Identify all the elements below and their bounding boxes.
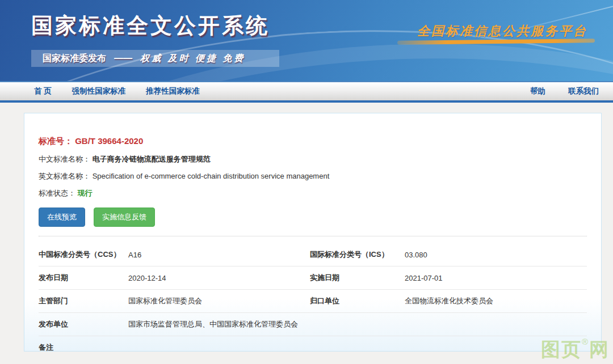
implement-date-label: 实施日期 (310, 273, 405, 283)
dotted-divider (39, 236, 587, 236)
ccs-label: 中国标准分类号（CCS） (39, 249, 128, 260)
standard-detail-card: 标准号： GB/T 39664-2020 中文标准名称： 电子商务冷链物流配送服… (24, 113, 602, 352)
nav-item-home[interactable]: 首 页 (34, 86, 52, 96)
action-buttons: 在线预览 实施信息反馈 (39, 208, 587, 227)
standard-number-line: 标准号： GB/T 39664-2020 (39, 136, 587, 147)
subtitle-publisher: 国家标准委发布 (43, 53, 106, 65)
subtitle-slogan: 权威 及时 便捷 免费 (140, 53, 245, 65)
table-row: 中国标准分类号（CCS） A16 国际标准分类号（ICS） 03.080 (39, 243, 587, 266)
nav-right-group: 帮助 联系我们 (530, 86, 613, 96)
ics-label: 国际标准分类号（ICS） (310, 249, 405, 260)
registered-trademark-icon: ® (582, 337, 589, 346)
chinese-name-line: 中文标准名称： 电子商务冷链物流配送服务管理规范 (39, 154, 587, 164)
standard-number-value: GB/T 39664-2020 (75, 136, 143, 146)
status-line: 标准状态： 现行 (39, 188, 587, 198)
table-row: 发布单位 国家市场监督管理总局、中国国家标准化管理委员会 (39, 313, 587, 336)
main-nav: 首 页 强制性国家标准 推荐性国家标准 帮助 联系我们 (0, 81, 613, 103)
table-row: 发布日期 2020-12-14 实施日期 2021-07-01 (39, 266, 587, 290)
standard-number-label: 标准号： (39, 136, 73, 146)
standard-info-table: 中国标准分类号（CCS） A16 国际标准分类号（ICS） 03.080 发布日… (39, 243, 587, 359)
status-badge[interactable]: 现行 (78, 189, 93, 197)
nav-left-group: 首 页 强制性国家标准 推荐性国家标准 (0, 86, 200, 96)
centralized-unit-value: 全国物流标准化技术委员会 (405, 296, 587, 306)
english-name-value: Specification of e-commerce cold-chain d… (93, 172, 330, 180)
watermark-text-left: 图页 (541, 338, 582, 360)
platform-name: 全国标准信息公共服务平台 (417, 23, 587, 40)
watermark-text-right: 网 (589, 338, 610, 360)
nav-item-recommended-standards[interactable]: 推荐性国家标准 (146, 86, 200, 96)
competent-dept-label: 主管部门 (39, 296, 128, 306)
table-row: 主管部门 国家标准化管理委员会 归口单位 全国物流标准化技术委员会 (39, 290, 587, 313)
nav-item-contact-us[interactable]: 联系我们 (568, 86, 599, 96)
subtitle-dash: —— (114, 53, 132, 64)
nav-item-mandatory-standards[interactable]: 强制性国家标准 (72, 86, 126, 96)
chinese-name-label: 中文标准名称： (39, 155, 90, 163)
table-row: 备注 (39, 336, 587, 359)
site-title: 国家标准全文公开系统 (31, 11, 270, 40)
publish-unit-label: 发布单位 (39, 319, 128, 329)
chinese-name-value: 电子商务冷链物流配送服务管理规范 (93, 155, 211, 163)
nav-item-help[interactable]: 帮助 (530, 86, 545, 96)
implementation-feedback-button[interactable]: 实施信息反馈 (94, 208, 155, 227)
online-preview-button[interactable]: 在线预览 (39, 208, 85, 227)
site-watermark: 图页®网 (541, 337, 610, 363)
main-content: 标准号： GB/T 39664-2020 中文标准名称： 电子商务冷链物流配送服… (0, 103, 613, 364)
publish-date-value: 2020-12-14 (128, 274, 310, 282)
publish-date-label: 发布日期 (39, 273, 128, 283)
ccs-value: A16 (128, 251, 310, 259)
remarks-label: 备注 (39, 342, 128, 353)
competent-dept-value: 国家标准化管理委员会 (128, 296, 310, 306)
centralized-unit-label: 归口单位 (310, 296, 405, 306)
header-banner: 国家标准全文公开系统 国家标准委发布 —— 权威 及时 便捷 免费 全国标准信息… (0, 0, 613, 81)
site-subtitle-strip: 国家标准委发布 —— 权威 及时 便捷 免费 (31, 50, 279, 67)
implement-date-value: 2021-07-01 (405, 274, 587, 282)
ics-value: 03.080 (405, 251, 587, 259)
status-label: 标准状态： (39, 189, 75, 197)
publish-unit-value: 国家市场监督管理总局、中国国家标准化管理委员会 (128, 319, 587, 329)
english-name-label: 英文标准名称： (39, 172, 90, 180)
english-name-line: 英文标准名称： Specification of e-commerce cold… (39, 171, 587, 181)
